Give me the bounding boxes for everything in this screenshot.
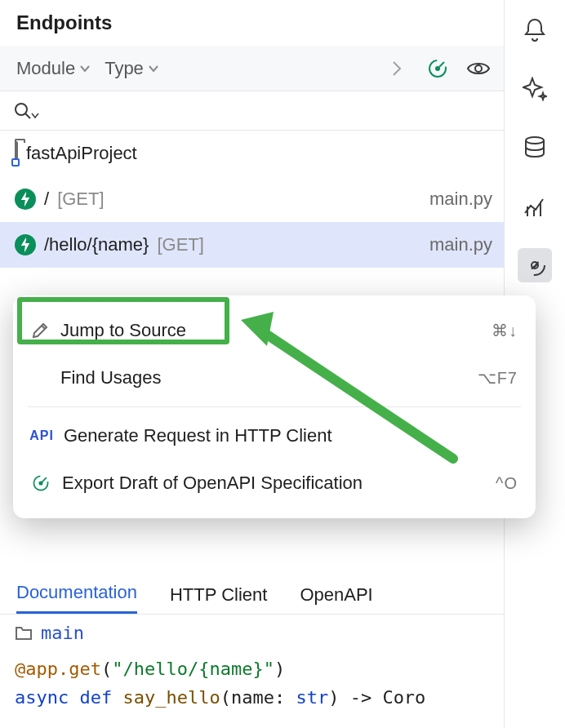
endpoints-button[interactable] <box>518 248 552 282</box>
menu-item-jump-to-source[interactable]: Jump to Source ⌘↓ <box>13 307 536 354</box>
tab-documentation[interactable]: Documentation <box>16 582 137 614</box>
menu-item-find-usages[interactable]: Find Usages ⌥F7 <box>13 354 536 402</box>
module-filter-dropdown[interactable]: Module <box>16 58 91 79</box>
folder-icon <box>15 143 18 164</box>
code-token: ( <box>101 659 112 679</box>
code-token: say_hello <box>122 687 220 708</box>
search-row[interactable] <box>0 91 504 131</box>
openapi-icon[interactable] <box>424 55 452 82</box>
type-filter-dropdown[interactable]: Type <box>105 58 160 79</box>
menu-item-label: Generate Request in HTTP Client <box>64 425 332 446</box>
svg-line-8 <box>42 477 47 482</box>
ai-assistant-button[interactable] <box>518 72 552 106</box>
endpoint-method: [GET] <box>157 234 203 255</box>
fastapi-icon <box>15 189 36 210</box>
menu-item-label: Jump to Source <box>60 320 186 341</box>
chevron-right-icon[interactable] <box>383 55 411 82</box>
eye-icon[interactable] <box>465 55 492 82</box>
module-filter-label: Module <box>16 58 75 79</box>
svg-point-11 <box>526 137 544 144</box>
menu-item-label: Find Usages <box>60 367 162 388</box>
endpoint-path: / <box>44 189 49 210</box>
type-filter-label: Type <box>105 58 144 79</box>
database-icon <box>523 135 546 160</box>
svg-line-2 <box>439 62 444 67</box>
analytics-button[interactable] <box>518 189 552 224</box>
panel-title: Endpoints <box>16 11 112 34</box>
fastapi-icon <box>15 234 36 255</box>
tab-http-client[interactable]: HTTP Client <box>170 584 267 614</box>
bell-icon <box>523 17 547 43</box>
menu-item-shortcut: ⌥F7 <box>478 368 518 388</box>
menu-item-label: Export Draft of OpenAPI Specification <box>62 473 363 494</box>
search-icon <box>13 101 33 121</box>
code-token: "/hello/{name}" <box>112 659 274 679</box>
filter-toolbar: Module Type <box>0 46 504 91</box>
code-token: (name: <box>220 687 296 708</box>
chart-icon <box>523 195 547 218</box>
code-token: @app.get <box>15 659 101 679</box>
code-preview: @app.get("/hello/{name}") async def say_… <box>0 643 504 728</box>
endpoint-method: [GET] <box>57 189 104 210</box>
breadcrumb[interactable]: main <box>0 615 504 643</box>
context-menu: Jump to Source ⌘↓ Find Usages ⌥F7 API Ge… <box>13 295 536 518</box>
endpoints-tree: fastApiProject / [GET] main.py /hello/{n… <box>0 131 504 268</box>
endpoint-row[interactable]: /hello/{name} [GET] main.py <box>0 222 504 268</box>
detail-tabs: Documentation HTTP Client OpenAPI <box>0 569 504 615</box>
menu-item-shortcut: ⌘↓ <box>492 321 518 340</box>
menu-divider <box>28 406 521 407</box>
endpoints-icon <box>523 253 547 277</box>
code-token: ) <box>274 659 285 679</box>
endpoints-panel: Endpoints Module Type <box>0 0 505 728</box>
code-token: async <box>15 687 79 708</box>
notifications-button[interactable] <box>518 13 552 47</box>
chevron-down-icon <box>78 62 91 75</box>
code-token: def <box>79 687 122 708</box>
chevron-down-icon <box>147 62 160 75</box>
project-name: fastApiProject <box>26 143 137 164</box>
endpoint-row[interactable]: / [GET] main.py <box>0 176 504 222</box>
endpoint-file: main.py <box>429 189 492 210</box>
menu-item-generate-request[interactable]: API Generate Request in HTTP Client <box>13 412 536 459</box>
code-token: str <box>296 687 328 708</box>
database-button[interactable] <box>518 131 552 165</box>
openapi-icon <box>31 473 51 493</box>
file-icon <box>15 624 33 641</box>
svg-line-5 <box>25 113 30 118</box>
chevron-down-small-icon <box>31 112 39 120</box>
tab-openapi[interactable]: OpenAPI <box>300 584 372 614</box>
svg-point-3 <box>475 65 482 72</box>
api-icon: API <box>31 428 52 443</box>
endpoint-file: main.py <box>429 234 492 255</box>
pencil-icon <box>31 322 49 340</box>
code-token: ) -> Coro <box>328 687 425 708</box>
sparkle-icon <box>523 77 547 101</box>
menu-item-shortcut: ^O <box>496 474 518 493</box>
menu-item-export-openapi[interactable]: Export Draft of OpenAPI Specification ^O <box>13 459 536 507</box>
project-node[interactable]: fastApiProject <box>0 131 504 176</box>
endpoint-path: /hello/{name} <box>44 234 149 255</box>
breadcrumb-label: main <box>41 623 84 643</box>
svg-point-4 <box>16 104 27 115</box>
panel-title-row: Endpoints <box>0 0 504 46</box>
